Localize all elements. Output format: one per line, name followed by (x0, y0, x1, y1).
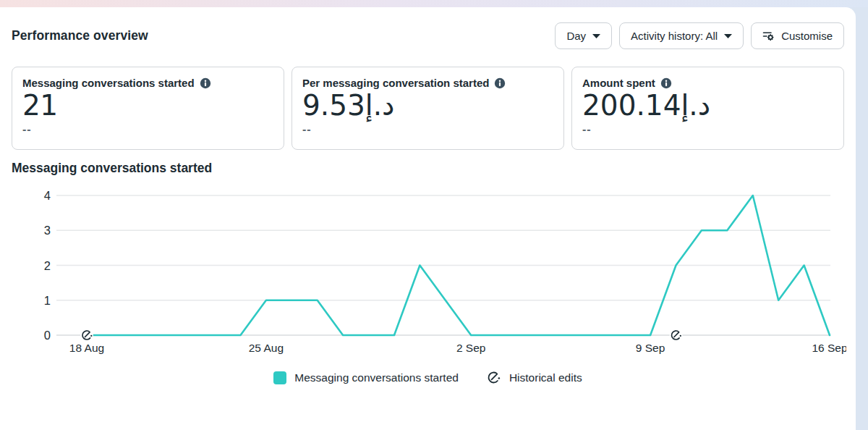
chart-legend: Messaging conversations started Historic… (12, 370, 844, 385)
chevron-down-icon (592, 34, 600, 38)
legend-series-label: Messaging conversations started (294, 371, 459, 384)
conversations-line-chart: 4321018 Aug25 Aug2 Sep9 Sep16 Sep (12, 184, 846, 361)
legend-item-series: Messaging conversations started (273, 371, 459, 384)
historical-edit-marker (670, 329, 683, 342)
chart-heading: Messaging conversations started (12, 161, 844, 176)
metric-title: Amount spent (582, 77, 833, 89)
metric-title: Per messaging conversation started (302, 77, 553, 89)
x-tick-label: 2 Sep (456, 342, 486, 354)
metric-secondary-value: -- (302, 124, 553, 135)
y-tick-label: 3 (44, 224, 51, 237)
page-title: Performance overview (12, 28, 148, 43)
metric-title-text: Per messaging conversation started (302, 77, 489, 89)
chart-area: 4321018 Aug25 Aug2 Sep9 Sep16 Sep (12, 184, 844, 361)
legend-historical-edits-label: Historical edits (509, 371, 582, 384)
customise-button[interactable]: Customise (751, 22, 844, 49)
metric-cards-row: Messaging conversations started 21 -- Pe… (12, 67, 844, 150)
chevron-down-icon (724, 34, 732, 38)
header-controls: Day Activity history: All (555, 22, 844, 49)
info-icon[interactable] (494, 77, 506, 89)
metric-card-amount-spent: Amount spent 200.14د.إ -- (571, 67, 844, 150)
customise-settings-icon (762, 30, 775, 42)
teal-series-swatch (273, 371, 286, 384)
top-gradient-strip (0, 0, 868, 7)
metric-value: 21 (22, 90, 273, 122)
x-tick-label: 25 Aug (249, 342, 284, 354)
activity-history-label: Activity history: All (631, 30, 718, 42)
performance-overview-panel: Performance overview Day Activity histor… (0, 7, 856, 430)
x-tick-label: 18 Aug (69, 342, 104, 354)
info-icon[interactable] (200, 77, 211, 89)
metric-secondary-value: -- (582, 124, 833, 135)
historical-edit-marker (80, 329, 93, 342)
day-dropdown-label: Day (566, 30, 586, 42)
historical-edit-icon (486, 370, 501, 385)
activity-history-dropdown[interactable]: Activity history: All (619, 22, 744, 49)
y-tick-label: 1 (44, 294, 51, 307)
metric-value: 200.14د.إ (582, 90, 833, 122)
y-tick-label: 2 (44, 259, 51, 272)
metric-value: 9.53د.إ (302, 90, 553, 122)
y-tick-label: 4 (44, 189, 51, 202)
y-tick-label: 0 (44, 329, 51, 342)
day-dropdown[interactable]: Day (555, 22, 612, 49)
metric-secondary-value: -- (22, 124, 273, 135)
x-tick-label: 9 Sep (636, 342, 665, 354)
metric-title: Messaging conversations started (22, 77, 273, 89)
info-icon[interactable] (660, 77, 672, 89)
metric-title-text: Messaging conversations started (22, 77, 195, 89)
customise-label: Customise (781, 30, 833, 42)
metric-card-per-conversation: Per messaging conversation started 9.53د… (292, 67, 564, 150)
legend-item-historical-edits: Historical edits (486, 370, 582, 385)
metric-title-text: Amount spent (582, 77, 655, 89)
panel-header: Performance overview Day Activity histor… (12, 22, 844, 49)
x-tick-label: 16 Sep (812, 342, 846, 354)
metric-card-conversations: Messaging conversations started 21 -- (12, 67, 284, 150)
